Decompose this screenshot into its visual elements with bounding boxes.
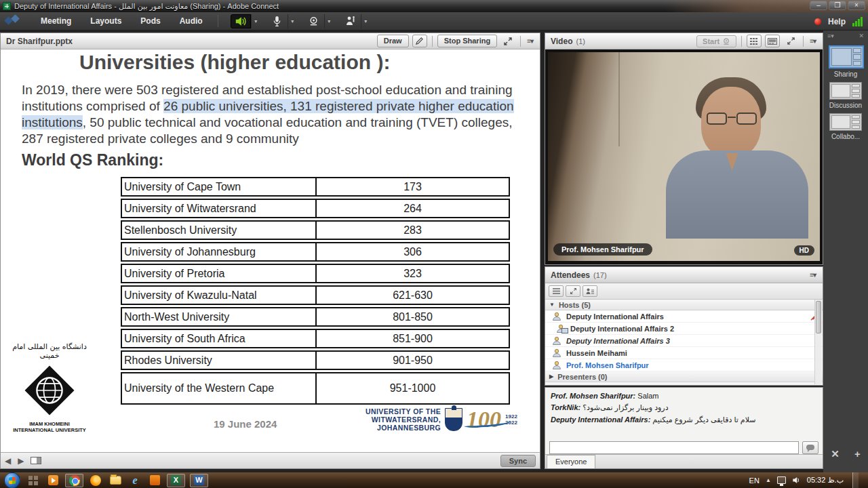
raise-hand-icon — [345, 16, 356, 26]
start-webcam-button[interactable]: Start — [696, 35, 736, 47]
pod-options-icon[interactable]: ≡▾ — [526, 37, 534, 45]
participants-group-header[interactable]: ▶ Participants (12) — [545, 382, 823, 386]
attendee-list-view-button[interactable] — [549, 285, 564, 297]
expand-arrow-icon: ▶ — [549, 373, 553, 380]
menu-item[interactable]: Layouts — [81, 13, 131, 29]
attendee-row[interactable]: Deputy International Affairs — [545, 310, 823, 323]
remove-layout-icon[interactable]: ✕ — [831, 448, 840, 460]
add-layout-icon[interactable]: + — [854, 448, 861, 460]
menu-item[interactable]: Pods — [131, 13, 170, 29]
attendee-row[interactable]: Deputy International Affairs 3 — [545, 335, 823, 347]
clock[interactable]: 05:32 ب.ظ — [807, 476, 844, 485]
menu-item[interactable]: Audio — [170, 13, 212, 29]
start-button[interactable] — [4, 472, 20, 488]
taskbar-app-word[interactable]: W — [190, 474, 208, 487]
help-menu[interactable]: Help — [828, 17, 846, 26]
grid-view-button[interactable] — [747, 35, 762, 47]
video-fullscreen-button[interactable] — [783, 35, 798, 47]
raise-hand-button[interactable] — [340, 14, 361, 28]
taskbar-app-firefox[interactable] — [88, 474, 103, 487]
recording-indicator-icon — [814, 18, 821, 25]
share-pod-header: Dr Sharifpur.pptx Draw Stop Sharing ≡▾ — [1, 33, 540, 49]
pointer-tool-button[interactable] — [412, 35, 427, 47]
ranking-cell: 323 — [317, 265, 509, 282]
previous-slide-button[interactable]: ◀ — [5, 456, 11, 466]
pod-options-icon[interactable]: ≡▾ — [808, 271, 817, 279]
minimize-button[interactable]: – — [810, 1, 827, 10]
volume-icon[interactable] — [792, 476, 801, 484]
video-pod: Video (1) Start — [545, 33, 823, 265]
sync-button[interactable]: Sync — [500, 455, 536, 467]
adobe-connect-app-icon — [3, 2, 11, 10]
taskbar-app-chrome[interactable] — [65, 474, 83, 487]
raise-hand-dropdown[interactable]: ▾ — [361, 14, 370, 28]
send-message-button[interactable] — [802, 441, 818, 454]
chat-tab-bar: Everyone — [545, 454, 823, 468]
webcam-button[interactable] — [304, 14, 324, 28]
adobe-connect-window: Deputy of International Affairs - معاونت… — [0, 0, 868, 488]
breakout-view-button[interactable] — [566, 285, 580, 297]
table-row: Stellenbosch University 283 — [121, 220, 510, 240]
attendee-status-view-button[interactable] — [583, 285, 597, 297]
speaker-button[interactable] — [231, 14, 251, 28]
language-indicator[interactable]: EN — [749, 476, 760, 485]
layout-close-icon[interactable]: ✕ — [859, 33, 864, 39]
filmstrip-view-button[interactable] — [765, 35, 780, 47]
fullscreen-icon — [503, 37, 513, 46]
next-slide-button[interactable]: ▶ — [18, 456, 24, 466]
host-avatar-icon — [552, 336, 561, 345]
tab-everyone[interactable]: Everyone — [547, 455, 595, 468]
menu-item[interactable]: Meeting — [31, 13, 81, 29]
taskbar-app-grid[interactable] — [26, 474, 41, 487]
show-desktop-button[interactable] — [852, 472, 859, 488]
taskbar-app-media[interactable] — [45, 474, 60, 487]
window-title: Deputy of International Affairs - معاونت… — [14, 2, 279, 11]
speaker-icon — [235, 16, 247, 26]
layout-label: Discussion — [829, 102, 863, 109]
close-button[interactable]: × — [848, 1, 865, 10]
microphone-dropdown[interactable]: ▾ — [288, 14, 297, 28]
layout-thumbnail[interactable]: Collabo... — [829, 113, 863, 140]
fullscreen-button[interactable] — [500, 35, 515, 47]
microphone-button[interactable] — [267, 14, 288, 28]
attendees-scrollbar[interactable] — [814, 300, 822, 384]
sidebar-toggle-icon[interactable] — [31, 457, 41, 464]
word-icon: W — [194, 475, 204, 485]
table-row: University of Pretoria 323 — [121, 264, 510, 283]
attendee-row[interactable]: Prof. Mohsen Sharifpur — [545, 359, 823, 371]
taskbar-app-explorer[interactable] — [108, 474, 123, 487]
stop-sharing-button[interactable]: Stop Sharing — [437, 35, 497, 47]
excel-icon: X — [171, 475, 181, 485]
layout-options-icon[interactable]: ≡▾ — [827, 33, 834, 39]
layout-thumbnail[interactable]: Discussion — [829, 82, 863, 109]
presenters-group-header[interactable]: ▶ Presenters (0) — [545, 371, 823, 382]
attendees-toolbar — [545, 283, 823, 300]
attendee-row[interactable]: Deputy International Affairs 2 — [545, 323, 823, 335]
webcam-icon — [309, 16, 319, 26]
chat-messages: Prof. Mohsen Sharifpur: Salam TorkNik: د… — [545, 388, 823, 436]
chat-message-text: سلام تا دقایقی دیگر شروع میکنیم — [652, 415, 755, 424]
chat-input[interactable] — [549, 441, 799, 454]
ranking-cell: 901-950 — [317, 352, 509, 369]
tray-expand-icon[interactable]: ▲ — [766, 477, 771, 483]
ranking-cell: 306 — [317, 243, 509, 260]
draw-button[interactable]: Draw — [377, 35, 409, 47]
webcam-dropdown[interactable]: ▾ — [324, 14, 334, 28]
breakout-icon — [570, 287, 577, 295]
layout-thumbnail[interactable]: Sharing — [829, 45, 863, 78]
adobe-connect-logo — [4, 15, 24, 27]
slide-title: Universities (higher education ): — [79, 51, 390, 74]
network-icon[interactable] — [777, 476, 786, 484]
chat-sender-name: Prof. Mohsen Sharifpur: — [551, 392, 635, 400]
speaker-dropdown[interactable]: ▾ — [251, 14, 260, 28]
taskbar-app-excel[interactable]: X — [167, 474, 185, 487]
pod-options-icon[interactable]: ≡▾ — [808, 37, 817, 45]
ranking-cell: 173 — [317, 178, 509, 195]
attendees-title: Attendees — [551, 270, 590, 280]
taskbar-app-ie[interactable]: e — [127, 474, 142, 487]
taskbar-app-office[interactable] — [147, 474, 162, 487]
logo-calligraphy: دانشگاه بین المللی امام خمینی — [6, 342, 93, 360]
hosts-group-header[interactable]: ▼ Hosts (5) — [545, 300, 823, 310]
attendee-row[interactable]: Hussein Meihami — [545, 347, 823, 359]
maximize-button[interactable]: ❐ — [829, 1, 846, 10]
